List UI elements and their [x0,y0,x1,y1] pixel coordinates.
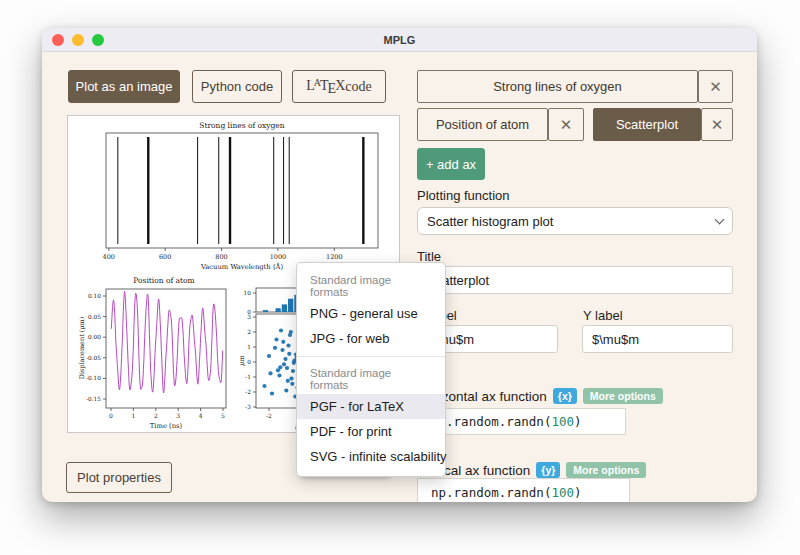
horizontal-more-options-button[interactable]: More options [583,388,663,404]
ax-tab-position-of-atom[interactable]: Position of atom [417,108,548,141]
svg-text:5: 5 [221,412,225,419]
menu-item-svg[interactable]: SVG - infinite scalability [297,444,445,469]
svg-text:10: 10 [244,290,252,296]
zoom-window-button[interactable] [92,34,104,46]
menu-section-header: Standard image formats [297,362,445,394]
svg-text:0.10: 0.10 [88,293,101,299]
svg-text:600: 600 [159,253,171,261]
x-variable-badge: {x} [553,388,577,404]
y-label-field-label: Y label [583,308,623,323]
svg-text:0: 0 [247,359,251,365]
svg-text:-3: -3 [245,404,251,410]
svg-text:400: 400 [103,253,115,261]
svg-text:0.05: 0.05 [88,314,101,320]
plotting-function-select[interactable]: Scatter histogram plot [417,207,733,235]
ax-tab-strong-lines-of-oxygen[interactable]: Strong lines of oxygen [417,70,698,103]
svg-text:2: 2 [154,412,158,419]
svg-text:1: 1 [247,344,251,350]
plot-properties-button[interactable]: Plot properties [66,462,172,493]
svg-text:Displacement (μm): Displacement (μm) [78,316,86,379]
python-code-button[interactable]: Python code [192,70,282,103]
chevron-down-icon [715,214,725,224]
svg-text:1200: 1200 [326,253,343,261]
latex-logo: LATEX [306,77,345,97]
vertical-more-options-button[interactable]: More options [566,462,646,478]
add-ax-button[interactable]: + add ax [417,148,485,180]
plotting-function-value: Scatter histogram plot [427,214,553,229]
menu-item-pgf[interactable]: PGF - for LaTeX [297,394,445,419]
plotting-function-label: Plotting function [417,188,510,203]
svg-text:-0.15: -0.15 [86,396,101,402]
horizontal-ax-function-input[interactable]: np.random.randn(100) [417,408,626,435]
svg-text:0: 0 [109,412,113,419]
svg-text:2: 2 [247,329,251,335]
svg-text:-0.05: -0.05 [86,355,101,361]
svg-text:-0.10: -0.10 [86,375,101,381]
svg-text:Time (ns): Time (ns) [150,422,183,430]
menu-item-jpg[interactable]: JPG - for web [297,326,445,351]
menu-item-png[interactable]: PNG - general use [297,301,445,326]
y-label-input[interactable]: $\mu$m [582,325,733,353]
title-input[interactable]: Scatterplot [417,266,733,294]
svg-text:1: 1 [131,412,135,419]
svg-text:800: 800 [215,253,227,261]
latex-code-suffix: code [345,79,371,95]
close-ax1-button[interactable]: ✕ [698,70,733,103]
minimize-window-button[interactable] [72,34,84,46]
window-content: Plot as an image Python code LATEX code … [42,52,757,502]
menu-divider [297,356,445,357]
svg-text:Position of atom: Position of atom [133,276,194,285]
window-title: MPLG [384,34,416,46]
svg-text:0.00: 0.00 [88,334,101,340]
svg-text:Strong lines of oxygen: Strong lines of oxygen [199,121,284,130]
vertical-ax-function-input[interactable]: np.random.randn(100) [417,478,630,502]
svg-text:4: 4 [199,412,203,419]
svg-text:-2: -2 [266,412,272,419]
horizontal-ax-function-row: Horizontal ax function {x} More options [417,388,663,404]
svg-text:-1: -1 [245,374,251,380]
svg-text:3: 3 [176,412,180,419]
y-variable-badge: {y} [536,462,560,478]
latex-code-button[interactable]: LATEX code [292,70,386,103]
ax-tab-scatterplot[interactable]: Scatterplot [593,108,701,141]
menu-item-pdf[interactable]: PDF - for print [297,419,445,444]
close-ax2-button[interactable]: ✕ [548,108,584,141]
vertical-ax-function-row: Vertical ax function {y} More options [417,462,646,478]
export-format-menu: Standard image formatsPNG - general useJ… [296,262,446,477]
svg-text:1000: 1000 [270,253,287,261]
svg-text:3: 3 [247,314,251,320]
svg-text:Vacuum Wavelength (Å): Vacuum Wavelength (Å) [200,262,284,271]
title-bar: MPLG [42,28,757,52]
app-window: MPLG Plot as an image Python code LATEX … [42,28,757,502]
svg-text:-2: -2 [245,389,251,395]
close-ax3-button[interactable]: ✕ [701,108,733,141]
close-window-button[interactable] [52,34,64,46]
svg-text:μm: μm [238,355,246,366]
menu-section-header: Standard image formats [297,269,445,301]
plot-as-image-button[interactable]: Plot as an image [68,70,180,103]
